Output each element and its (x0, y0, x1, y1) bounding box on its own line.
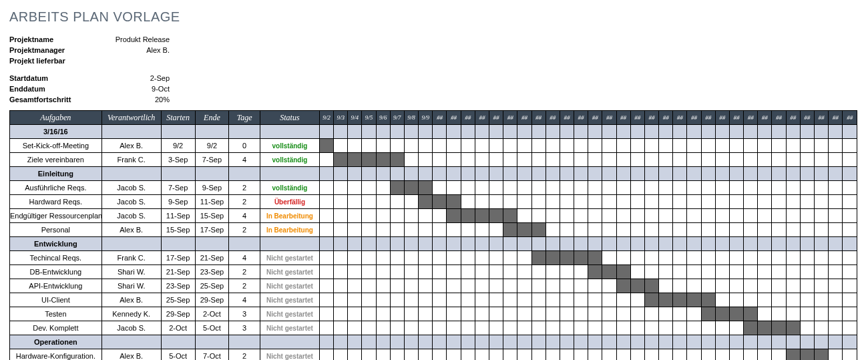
gantt-cell (602, 125, 616, 139)
gantt-cell (461, 279, 475, 293)
meta-start-label: Startdatum (9, 73, 96, 83)
gantt-cell (829, 237, 843, 251)
gantt-cell (630, 293, 644, 307)
gantt-cell (546, 195, 560, 209)
gantt-cell (376, 307, 390, 321)
task-row: PersonalAlex B.15-Sep17-Sep2In Bearbeitu… (10, 223, 857, 237)
cell (101, 167, 161, 181)
gantt-cell (489, 167, 503, 181)
cell-resp: Shari W. (101, 279, 161, 293)
gantt-cell (715, 335, 729, 349)
gantt-cell (786, 335, 800, 349)
cell-resp: Jacob S. (101, 209, 161, 223)
gantt-cell (744, 349, 758, 361)
gantt-cell (461, 153, 475, 167)
col-day: 9/9 (419, 111, 433, 125)
gantt-cell (376, 293, 390, 307)
meta-end-value: 9-Oct (96, 83, 170, 94)
gantt-cell (588, 153, 602, 167)
gantt-cell (843, 279, 857, 293)
gantt-cell (546, 153, 560, 167)
gantt-cell (376, 153, 390, 167)
gantt-cell (390, 153, 404, 167)
gantt-cell (729, 223, 743, 237)
gantt-cell (659, 293, 673, 307)
gantt-cell (319, 349, 333, 361)
gantt-cell (644, 293, 658, 307)
gantt-cell (404, 321, 418, 335)
gantt-cell (390, 223, 404, 237)
cell-start: 3-Sep (161, 153, 195, 167)
gantt-cell (701, 293, 715, 307)
gantt-cell (461, 237, 475, 251)
cell-task: Testen (10, 307, 102, 321)
cell-task: API-Entwicklung (10, 279, 102, 293)
task-row: TestenKennedy K.29-Sep2-Oct3Nicht gestar… (10, 307, 857, 321)
gantt-cell (404, 251, 418, 265)
gantt-cell (348, 125, 362, 139)
gantt-cell (546, 139, 560, 153)
gantt-cell (588, 335, 602, 349)
gantt-cell (362, 307, 376, 321)
gantt-cell (489, 293, 503, 307)
task-row: DB-EntwicklungShari W.21-Sep23-Sep2Nicht… (10, 265, 857, 279)
gantt-cell (390, 139, 404, 153)
col-day: ## (489, 111, 503, 125)
gantt-cell (531, 209, 546, 223)
gantt-cell (404, 335, 418, 349)
gantt-cell (729, 237, 743, 251)
gantt-cell (433, 223, 447, 237)
cell-days: 4 (229, 293, 260, 307)
gantt-cell (744, 167, 758, 181)
gantt-cell (814, 195, 828, 209)
gantt-cell (701, 167, 715, 181)
gantt-cell (433, 321, 447, 335)
gantt-cell (404, 265, 418, 279)
gantt-cell (786, 349, 800, 361)
gantt-cell (829, 167, 843, 181)
gantt-cell (475, 307, 489, 321)
gantt-cell (829, 153, 843, 167)
task-row: Hardward Reqs.Jacob S.9-Sep11-Sep2Überfä… (10, 195, 857, 209)
gantt-cell (814, 265, 828, 279)
gantt-cell (715, 237, 729, 251)
gantt-cell (362, 321, 376, 335)
gantt-cell (644, 251, 658, 265)
cell-start: 21-Sep (161, 265, 195, 279)
gantt-cell (744, 293, 758, 307)
gantt-cell (362, 209, 376, 223)
gantt-cell (390, 293, 404, 307)
gantt-cell (560, 153, 574, 167)
gantt-cell (616, 307, 630, 321)
cell-resp: Jacob S. (101, 181, 161, 195)
cell (101, 125, 161, 139)
gantt-cell (531, 307, 546, 321)
col-day: 9/7 (390, 111, 404, 125)
gantt-cell (560, 139, 574, 153)
gantt-cell (673, 195, 687, 209)
gantt-cell (334, 209, 348, 223)
gantt-cell (800, 167, 814, 181)
gantt-cell (433, 251, 447, 265)
gantt-cell (503, 237, 517, 251)
col-day: ## (447, 111, 461, 125)
gantt-cell (800, 293, 814, 307)
task-row: Set-Kick-off-MeetingAlex B.9/29/20vollst… (10, 139, 857, 153)
gantt-cell (673, 307, 687, 321)
gantt-cell (546, 125, 560, 139)
gantt-cell (772, 251, 786, 265)
gantt-cell (362, 223, 376, 237)
col-day: ## (475, 111, 489, 125)
gantt-cell (843, 195, 857, 209)
gantt-cell (602, 181, 616, 195)
gantt-cell (334, 349, 348, 361)
gantt-cell (814, 223, 828, 237)
gantt-cell (673, 237, 687, 251)
gantt-cell (574, 279, 588, 293)
gantt-cell (574, 167, 588, 181)
cell-end: 9/2 (195, 139, 229, 153)
gantt-cell (602, 139, 616, 153)
gantt-cell (334, 195, 348, 209)
gantt-cell (574, 251, 588, 265)
gantt-cell (419, 237, 433, 251)
